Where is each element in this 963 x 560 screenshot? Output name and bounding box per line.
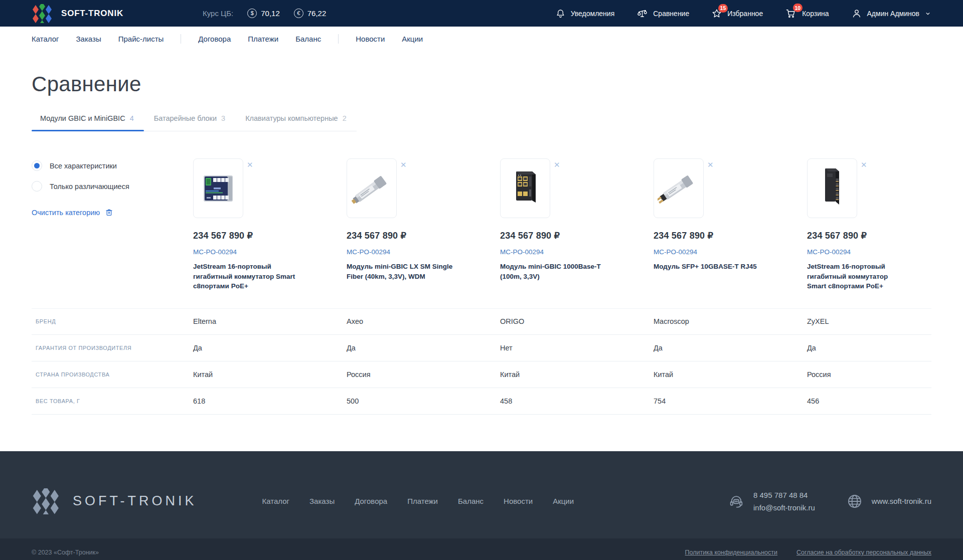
footer-nav-orders[interactable]: Заказы	[309, 497, 335, 505]
nav-divider	[181, 34, 181, 44]
footer-nav: Каталог Заказы Договора Платежи Баланс Н…	[262, 497, 574, 505]
globe-icon	[846, 493, 863, 510]
clear-category-button[interactable]: Очистить категорию	[32, 208, 114, 217]
page-title: Сравнение	[32, 72, 931, 96]
product-image[interactable]	[500, 158, 550, 218]
radio-all-characteristics[interactable]: Все характеристики	[32, 160, 193, 171]
footer: SOFT-TRONIK Каталог Заказы Договора Плат…	[0, 451, 963, 560]
usd-value: 70,12	[261, 9, 280, 18]
footer-nav-catalog[interactable]: Каталог	[262, 497, 290, 505]
product-name[interactable]: JetStream 16-портовый гигабитный коммута…	[193, 262, 309, 291]
radio-only-differences[interactable]: Только различающиеся	[32, 181, 193, 192]
product-price: 234 567 890 ₽	[347, 230, 474, 241]
product-name[interactable]: JetStream 16-портовый гигабитный коммута…	[807, 262, 905, 291]
rates-label: Курс ЦБ:	[203, 9, 233, 18]
headset-icon	[728, 493, 745, 510]
nav-item-promos[interactable]: Акции	[402, 35, 423, 43]
notifications-button[interactable]: Уведомления	[555, 8, 615, 19]
sfp-module-image	[351, 162, 393, 215]
remove-product-icon[interactable]: ✕	[554, 161, 560, 168]
nav-item-pricelists[interactable]: Прайс-листы	[118, 35, 164, 43]
product-name[interactable]: Модуль mini-GBIC LX SM Single Fiber (40k…	[347, 262, 463, 281]
footer-site-block: www.soft-tronik.ru	[846, 493, 931, 510]
user-icon	[851, 8, 862, 19]
remove-product-icon[interactable]: ✕	[707, 161, 714, 168]
product-sku-link[interactable]: MC-PO-00294	[654, 248, 697, 256]
category-tabs: Модули GBIC и MiniGBIC 4 Батарейные блок…	[32, 114, 357, 131]
footer-logo[interactable]: SOFT-TRONIK	[32, 488, 197, 514]
blue-switch-image	[197, 162, 239, 215]
tab-keyboards[interactable]: Клавиатуры компьютерные 2	[235, 114, 357, 131]
product-sku-link[interactable]: MC-PO-00294	[193, 248, 237, 256]
trash-icon	[104, 208, 114, 217]
comparison-table: БРЕНД Elterna Axeo ORIGO Macroscop ZyXEL…	[32, 308, 931, 415]
row-label[interactable]: ГАРАНТИЯ ОТ ПРОИЗВОДИТЕЛЯ	[32, 345, 193, 351]
row-label[interactable]: СТРАНА ПРОИЗВОДСТВА	[32, 371, 193, 378]
nav-item-payments[interactable]: Платежи	[248, 35, 278, 43]
footer-phone[interactable]: 8 495 787 48 84	[753, 491, 815, 499]
nav-item-news[interactable]: Новости	[356, 35, 385, 43]
footer-nav-news[interactable]: Новости	[504, 497, 533, 505]
tab-count: 4	[130, 114, 134, 122]
tab-count: 3	[221, 114, 225, 122]
footer-contact-block: 8 495 787 48 84 info@soft-tronik.ru	[728, 491, 815, 512]
nav-item-orders[interactable]: Заказы	[76, 35, 101, 43]
product-sku-link[interactable]: MC-PO-00294	[500, 248, 544, 256]
footer-nav-promos[interactable]: Акции	[553, 497, 574, 505]
comparison-button[interactable]: Сравнение	[636, 8, 689, 19]
user-menu[interactable]: Админ Админов	[851, 8, 931, 19]
tab-battery-packs[interactable]: Батарейные блоки 3	[144, 114, 235, 131]
row-label[interactable]: ВЕС ТОВАРА, Г	[32, 398, 193, 404]
nav-item-contracts[interactable]: Договора	[198, 35, 231, 43]
product-image[interactable]	[807, 158, 857, 218]
favorites-button[interactable]: 15 Избранное	[711, 8, 763, 19]
product-image[interactable]	[654, 158, 704, 218]
remove-product-icon[interactable]: ✕	[247, 161, 253, 168]
scales-icon	[636, 8, 648, 19]
product-image[interactable]	[347, 158, 397, 218]
notifications-label: Уведомления	[571, 10, 615, 18]
radio-selected-icon[interactable]	[32, 160, 42, 171]
brand-logo[interactable]: SOFT-TRONIK	[32, 4, 123, 23]
footer-nav-balance[interactable]: Баланс	[458, 497, 484, 505]
footer-nav-payments[interactable]: Платежи	[407, 497, 438, 505]
comparison-filters: Все характеристики Только различающиеся …	[32, 158, 193, 291]
nav-item-catalog[interactable]: Каталог	[32, 35, 59, 43]
product-sku-link[interactable]: MC-PO-00294	[347, 248, 390, 256]
industrial-switch-image	[504, 162, 546, 215]
product-name[interactable]: Модуль SFP+ 10GBASE-T RJ45	[654, 262, 770, 272]
cart-button[interactable]: 10 Корзина	[785, 8, 829, 19]
product-price: 234 567 890 ₽	[193, 230, 320, 241]
tab-gbic-modules[interactable]: Модули GBIC и MiniGBIC 4	[32, 114, 144, 131]
nav-item-balance[interactable]: Баланс	[295, 35, 321, 43]
cart-label: Корзина	[802, 10, 829, 18]
product-image[interactable]	[193, 158, 243, 218]
tab-count: 2	[343, 114, 347, 122]
privacy-policy-link[interactable]: Политика конфиденциальности	[685, 549, 777, 556]
table-row-brand: БРЕНД Elterna Axeo ORIGO Macroscop ZyXEL	[32, 308, 931, 335]
table-row-country: СТРАНА ПРОИЗВОДСТВА Китай Россия Китай К…	[32, 361, 931, 388]
footer-site[interactable]: www.soft-tronik.ru	[872, 497, 931, 505]
personal-data-consent-link[interactable]: Согласие на обработку персональных данны…	[796, 549, 931, 556]
exchange-rates: Курс ЦБ: $ 70,12 € 76,22	[203, 9, 326, 18]
copyright: © 2023 «Софт-Троник»	[32, 549, 99, 556]
row-label[interactable]: БРЕНД	[32, 318, 193, 324]
radio-unselected-icon[interactable]	[32, 181, 42, 192]
product-name[interactable]: Модуль mini-GBIC 1000Base-T (100m, 3,3V)	[500, 262, 616, 281]
table-row-weight: ВЕС ТОВАРА, Г 618 500 458 754 456	[32, 388, 931, 415]
remove-product-icon[interactable]: ✕	[861, 161, 867, 168]
chevron-down-icon	[924, 10, 931, 17]
euro-icon: €	[294, 9, 303, 18]
product-price: 234 567 890 ₽	[654, 230, 781, 241]
product-price: 234 567 890 ₽	[807, 230, 905, 241]
secondary-nav: Каталог Заказы Прайс-листы Договора Плат…	[0, 27, 963, 50]
footer-brand-name: SOFT-TRONIK	[73, 493, 197, 509]
product-sku-link[interactable]: MC-PO-00294	[807, 248, 851, 256]
remove-product-icon[interactable]: ✕	[400, 161, 407, 168]
product-card: ✕ 234 567 890 ₽ MC-PO-00294 Модуль mini-…	[500, 158, 654, 291]
eur-value: 76,22	[307, 9, 327, 18]
footer-nav-contracts[interactable]: Договора	[355, 497, 387, 505]
usd-rate: $ 70,12	[247, 9, 280, 18]
favorites-badge: 15	[718, 4, 728, 13]
footer-email[interactable]: info@soft-tronik.ru	[753, 503, 815, 512]
